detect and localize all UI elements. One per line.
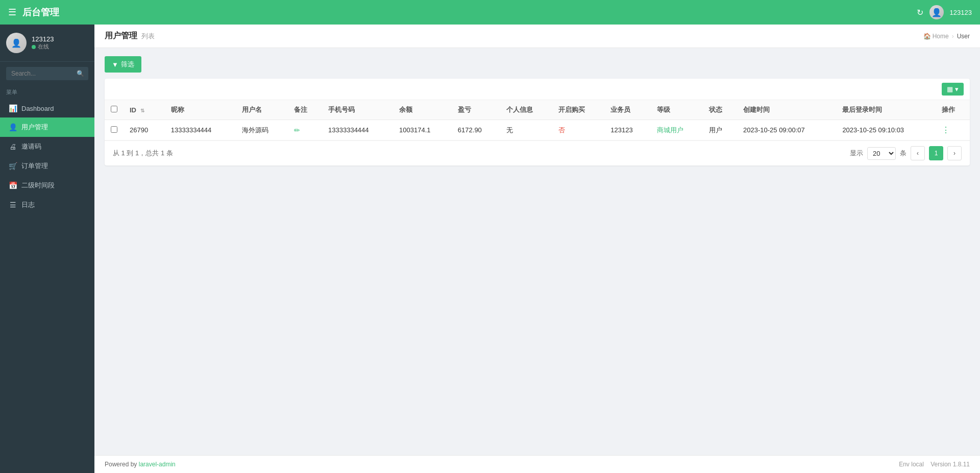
page-title: 用户管理 [105,31,137,41]
note-edit-icon[interactable]: ✏ [294,126,300,134]
breadcrumb: 🏠 Home › User [923,33,970,40]
col-level: 等级 [651,100,703,120]
prev-page-button[interactable]: ‹ [911,146,925,160]
table-view-button[interactable]: ▦ ▾ [942,83,964,96]
table-header-row: ID ⇅ 昵称 用户名 备注 手机号码 余额 盈亏 个人信息 开启购买 业务员 [105,100,970,120]
open-purchase-link[interactable]: 否 [558,126,565,134]
col-id: ID ⇅ [124,100,165,120]
sidebar-item-invite-code[interactable]: 🖨 邀请码 [0,137,94,156]
sort-icon: ⇅ [140,108,144,113]
content-area: ▼ 筛选 ▦ ▾ [94,48,980,455]
table-footer: 从 1 到 1，总共 1 条 显示 20 50 100 条 ‹ 1 › [105,140,970,165]
layout: 👤 123123 在线 🔍 菜单 📊 Dashboard 👤 用户管理 [0,25,980,473]
sidebar-item-label-invite: 邀请码 [21,142,41,151]
col-balance: 余额 [393,100,452,120]
action-more-icon[interactable]: ⋮ [942,126,950,134]
user-icon: 👤 [8,123,17,131]
cell-nickname: 13333334444 [165,120,236,140]
breadcrumb-current: User [957,33,970,40]
log-icon: ☰ [8,201,17,209]
cell-personal-info: 无 [500,120,552,140]
avatar: 👤 [6,33,27,53]
header-right: ↻ 👤 123123 [917,5,972,19]
sidebar-item-dashboard[interactable]: 📊 Dashboard [0,99,94,117]
table-row: 26790 13333334444 海外源码 ✏ 13333334444 100… [105,120,970,140]
footer-powered: Powered by laravel-admin [105,461,176,468]
table-toolbar: ▦ ▾ [105,79,970,100]
period-icon: 📅 [8,181,17,190]
home-icon: 🏠 [923,33,931,40]
col-open-purchase: 开启购买 [552,100,604,120]
page-header: 用户管理 列表 🏠 Home › User [94,25,980,48]
env-value: local [911,461,924,468]
col-username: 用户名 [236,100,288,120]
env-label: Env [899,461,910,468]
header-username: 123123 [950,9,972,16]
pagination-info: 从 1 到 1，总共 1 条 [113,149,173,158]
next-page-button[interactable]: › [947,146,962,160]
dropdown-icon: ▾ [955,85,959,93]
sidebar-item-second-period[interactable]: 📅 二级时间段 [0,176,94,195]
sidebar-item-user-management[interactable]: 👤 用户管理 [0,117,94,137]
sidebar-status: 在线 [32,43,54,51]
grid-icon: ▦ [947,85,953,93]
filter-button[interactable]: ▼ 筛选 [105,56,141,73]
page-1-button[interactable]: 1 [929,146,943,160]
version-label: Version [930,461,951,468]
search-wrapper: 🔍 [6,67,88,80]
hamburger-icon[interactable]: ☰ [8,7,16,18]
search-icon: 🔍 [77,70,84,77]
filter-icon: ▼ [112,61,118,68]
user-avatar-top: 👤 [929,5,944,19]
cell-status: 用户 [703,120,737,140]
data-table: ID ⇅ 昵称 用户名 备注 手机号码 余额 盈亏 个人信息 开启购买 业务员 [105,100,970,140]
sidebar-item-label-period: 二级时间段 [21,181,55,190]
powered-by-link[interactable]: laravel-admin [139,461,176,468]
refresh-icon[interactable]: ↻ [917,8,923,17]
col-created-at: 创建时间 [737,100,836,120]
powered-by-text: Powered by [105,461,137,468]
cell-level: 商城用户 [651,120,703,140]
search-input[interactable] [6,67,88,80]
sidebar-item-order-management[interactable]: 🛒 订单管理 [0,156,94,176]
order-icon: 🛒 [8,162,17,170]
cell-phone: 13333334444 [322,120,393,140]
sidebar-item-label-dashboard: Dashboard [21,105,54,112]
col-profit: 盈亏 [452,100,500,120]
page-header-left: 用户管理 列表 [105,31,155,41]
sidebar-username: 123123 [32,35,54,43]
row-checkbox-cell [105,120,124,140]
cell-id: 26790 [124,120,165,140]
sidebar-item-label-user: 用户管理 [21,123,48,132]
col-status: 状态 [703,100,737,120]
level-link[interactable]: 商城用户 [657,126,683,134]
page-subtitle: 列表 [141,32,155,41]
status-label: 在线 [38,43,49,51]
filter-button-label: 筛选 [121,60,134,69]
app-title: 后台管理 [22,6,59,18]
sidebar-item-logs[interactable]: ☰ 日志 [0,195,94,215]
top-header: ☰ 后台管理 ↻ 👤 123123 [0,0,980,25]
col-note: 备注 [288,100,322,120]
col-last-login: 最后登录时间 [836,100,935,120]
table-container: ▦ ▾ ID ⇅ 昵称 [105,79,970,165]
breadcrumb-home[interactable]: 🏠 Home [923,33,949,40]
version-value: 1.8.11 [953,461,970,468]
cell-salesperson: 123123 [604,120,651,140]
page-size-label: 显示 [850,149,863,158]
select-all-checkbox[interactable] [111,106,117,112]
row-checkbox[interactable] [111,126,117,133]
col-phone: 手机号码 [322,100,393,120]
col-salesperson: 业务员 [604,100,651,120]
page-size-select[interactable]: 20 50 100 [867,147,896,160]
breadcrumb-home-label: Home [933,33,949,40]
cell-note: ✏ [288,120,322,140]
filter-bar: ▼ 筛选 [105,56,970,73]
per-page-label: 条 [900,149,906,158]
header-left: ☰ 后台管理 [8,6,59,18]
cell-last-login: 2023-10-25 09:10:03 [836,120,935,140]
sidebar-section-label: 菜单 [0,85,94,99]
main-content: 用户管理 列表 🏠 Home › User ▼ 筛选 [94,25,980,473]
sidebar-item-label-order: 订单管理 [21,161,48,171]
pagination-right: 显示 20 50 100 条 ‹ 1 › [850,146,962,160]
